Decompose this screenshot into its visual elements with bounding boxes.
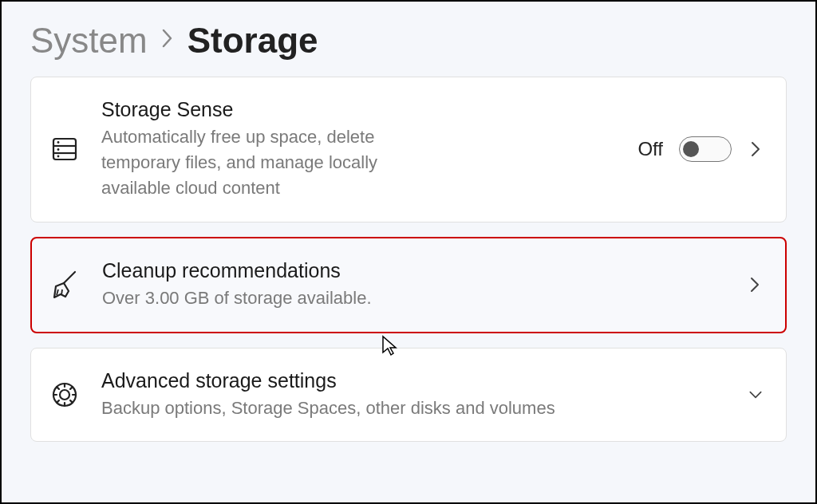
svg-rect-0 [53, 139, 76, 159]
page-title: Storage [187, 21, 318, 61]
svg-line-8 [61, 289, 62, 295]
svg-point-4 [57, 148, 60, 151]
storage-sense-toggle[interactable] [679, 136, 732, 162]
svg-point-3 [57, 141, 60, 144]
storage-sense-title: Storage Sense [101, 98, 618, 121]
advanced-title: Advanced storage settings [101, 369, 728, 392]
chevron-right-icon [748, 141, 764, 157]
cleanup-desc: Over 3.00 GB of storage available. [102, 285, 728, 311]
gear-icon [47, 377, 82, 412]
svg-line-7 [57, 289, 58, 295]
advanced-desc: Backup options, Storage Spaces, other di… [101, 396, 728, 421]
chevron-right-icon [160, 26, 175, 56]
svg-point-5 [57, 156, 60, 158]
breadcrumb-parent[interactable]: System [30, 21, 148, 61]
disk-icon [47, 132, 82, 167]
cleanup-recommendations-row[interactable]: Cleanup recommendations Over 3.00 GB of … [30, 237, 787, 333]
advanced-storage-row[interactable]: Advanced storage settings Backup options… [30, 348, 787, 443]
chevron-right-icon [747, 277, 763, 293]
broom-icon [48, 267, 83, 302]
svg-point-9 [60, 390, 69, 400]
chevron-down-icon [748, 387, 764, 403]
cleanup-title: Cleanup recommendations [102, 259, 728, 282]
storage-sense-desc: Automatically free up space, delete temp… [101, 124, 436, 201]
svg-line-6 [64, 272, 75, 283]
toggle-state-label: Off [637, 138, 663, 160]
storage-sense-row[interactable]: Storage Sense Automatically free up spac… [30, 77, 787, 222]
breadcrumb: System Storage [2, 2, 815, 77]
